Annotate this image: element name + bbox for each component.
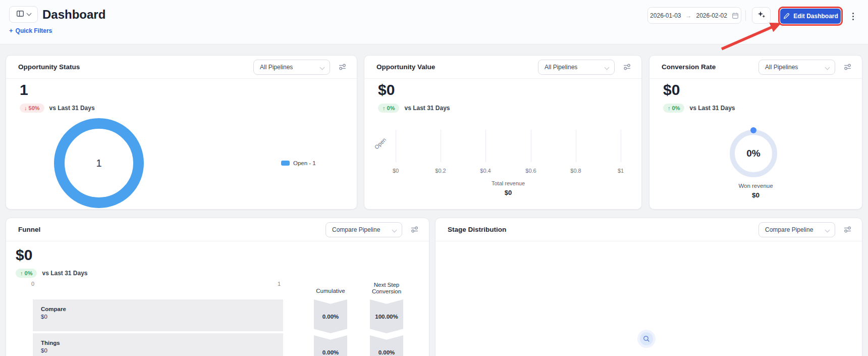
x-axis-total: $0 bbox=[396, 189, 621, 196]
arrow-right-icon: → bbox=[686, 12, 692, 19]
cumulative-value: 0.00% bbox=[322, 349, 339, 355]
gridline bbox=[441, 130, 441, 162]
card-opportunity-value: Opportunity Value All Pipelines $0 ↑ 0% … bbox=[364, 55, 642, 210]
edit-dashboard-button[interactable]: Edit Dashboard bbox=[780, 9, 841, 24]
card-title: Conversion Rate bbox=[662, 63, 716, 71]
x-axis-title: Total revenue bbox=[396, 180, 621, 186]
pipeline-filter-value: All Pipelines bbox=[260, 64, 293, 71]
stage-name: Things bbox=[41, 340, 283, 346]
column-header-cumulative: Cumulative bbox=[310, 288, 351, 294]
comparison-label: vs Last 31 Days bbox=[689, 105, 735, 112]
next-step-value: 100.00% bbox=[375, 314, 398, 320]
chart-legend: Open - 1 bbox=[281, 160, 316, 166]
pipeline-filter-value: Compare Pipeline bbox=[765, 226, 813, 233]
next-step-chevron: 0.00% bbox=[370, 335, 403, 356]
column-header-next-step: Next Step Conversion bbox=[366, 282, 407, 295]
sparkle-button[interactable] bbox=[752, 7, 771, 24]
date-start-value[interactable]: 2026-01-03 bbox=[650, 12, 681, 19]
chevron-down-icon bbox=[605, 65, 610, 70]
y-axis-label: Open bbox=[373, 136, 388, 150]
delta-badge: ↑ 0% bbox=[378, 104, 399, 113]
gauge-value: 0% bbox=[746, 148, 760, 159]
card-stage-distribution: Stage Distribution Compare Pipeline bbox=[435, 218, 862, 356]
metric-value: $0 bbox=[378, 81, 395, 98]
metric-value: $0 bbox=[16, 246, 32, 264]
comparison-label: vs Last 31 Days bbox=[49, 105, 95, 112]
x-tick: $0.4 bbox=[471, 168, 500, 174]
metric-value: 1 bbox=[20, 81, 28, 98]
pipeline-filter-value: Compare Pipeline bbox=[332, 226, 380, 233]
chevron-down-icon bbox=[825, 65, 830, 70]
legend-swatch bbox=[281, 161, 290, 166]
x-tick: $1 bbox=[607, 168, 635, 174]
calendar-icon bbox=[732, 12, 739, 19]
x-tick: $0 bbox=[382, 168, 410, 174]
quick-filters-button[interactable]: + Quick Filters bbox=[9, 27, 52, 34]
zoom-search-button[interactable] bbox=[637, 330, 656, 348]
x-tick: $0.6 bbox=[517, 168, 545, 174]
chevron-down-icon bbox=[27, 11, 32, 16]
sparkle-icon bbox=[757, 10, 766, 21]
edit-dashboard-label: Edit Dashboard bbox=[793, 13, 838, 20]
gauge-total: $0 bbox=[649, 191, 862, 199]
pipeline-filter-select[interactable]: Compare Pipeline bbox=[326, 222, 402, 237]
chevron-down-icon bbox=[392, 227, 397, 232]
delta-badge: ↑ 0% bbox=[16, 269, 37, 278]
pipeline-filter-select[interactable]: All Pipelines bbox=[253, 60, 330, 75]
widget-settings-icon[interactable] bbox=[843, 63, 852, 71]
cumulative-chevron: 0.00% bbox=[314, 299, 347, 333]
chevron-down-icon bbox=[825, 227, 830, 232]
dashboard-screen: Dashboard + Quick Filters 2026-01-03 → 2… bbox=[0, 0, 868, 356]
plus-icon: + bbox=[9, 27, 13, 34]
gridline bbox=[485, 130, 486, 162]
gauge-indicator-dot bbox=[750, 127, 756, 133]
widget-settings-icon[interactable] bbox=[843, 225, 852, 234]
axis-max: 1 bbox=[278, 281, 281, 287]
donut-center-value: 1 bbox=[96, 158, 101, 169]
card-title: Opportunity Status bbox=[18, 63, 80, 71]
pipeline-filter-select[interactable]: All Pipelines bbox=[538, 60, 615, 75]
gridline bbox=[576, 130, 576, 162]
pencil-icon bbox=[783, 13, 790, 20]
page-title: Dashboard bbox=[42, 6, 105, 23]
toolbar-divider bbox=[745, 10, 746, 21]
more-options-menu[interactable] bbox=[849, 11, 857, 22]
quick-filters-label: Quick Filters bbox=[16, 27, 52, 34]
metric-value: $0 bbox=[663, 81, 680, 98]
layout-icon bbox=[16, 10, 24, 20]
dashboard-switcher-button[interactable] bbox=[9, 6, 38, 23]
x-tick: $0.8 bbox=[562, 168, 590, 174]
comparison-label: vs Last 31 Days bbox=[42, 270, 87, 277]
stage-value: $0 bbox=[41, 314, 283, 320]
widget-settings-icon[interactable] bbox=[410, 225, 419, 234]
stage-name: Compare bbox=[41, 306, 283, 312]
cumulative-value: 0.00% bbox=[322, 314, 339, 320]
cumulative-chevron: 0.00% bbox=[314, 335, 347, 356]
pipeline-filter-select[interactable]: All Pipelines bbox=[758, 60, 835, 75]
card-conversion-rate: Conversion Rate All Pipelines $0 ↑ 0% vs… bbox=[649, 55, 862, 210]
chevron-down-icon bbox=[320, 65, 325, 70]
pipeline-filter-value: All Pipelines bbox=[765, 64, 798, 71]
card-title: Opportunity Value bbox=[376, 63, 435, 71]
pipeline-filter-select[interactable]: Compare Pipeline bbox=[758, 222, 835, 237]
x-tick: $0.2 bbox=[426, 168, 455, 174]
axis-min: 0 bbox=[31, 281, 34, 287]
search-icon bbox=[640, 332, 653, 345]
next-step-chevron: 100.00% bbox=[370, 299, 403, 333]
next-step-value: 0.00% bbox=[378, 349, 395, 355]
stage-value: $0 bbox=[41, 347, 283, 353]
gauge-label: Won revenue bbox=[649, 183, 862, 189]
date-end-value[interactable]: 2026-02-02 bbox=[696, 12, 727, 19]
widget-settings-icon[interactable] bbox=[623, 63, 631, 71]
widget-settings-icon[interactable] bbox=[338, 63, 347, 71]
card-title: Stage Distribution bbox=[448, 226, 506, 233]
comparison-label: vs Last 31 Days bbox=[404, 105, 450, 112]
legend-label: Open - 1 bbox=[293, 160, 316, 166]
quick-filters-divider bbox=[52, 28, 52, 34]
gridline bbox=[531, 130, 531, 162]
funnel-stage-bar[interactable]: Compare $0 bbox=[33, 299, 283, 331]
card-title: Funnel bbox=[18, 226, 40, 233]
donut-chart: 1 bbox=[54, 118, 144, 208]
funnel-stage-bar[interactable]: Things $0 bbox=[33, 333, 283, 356]
date-range-picker[interactable]: 2026-01-03 → 2026-02-02 bbox=[647, 7, 741, 24]
